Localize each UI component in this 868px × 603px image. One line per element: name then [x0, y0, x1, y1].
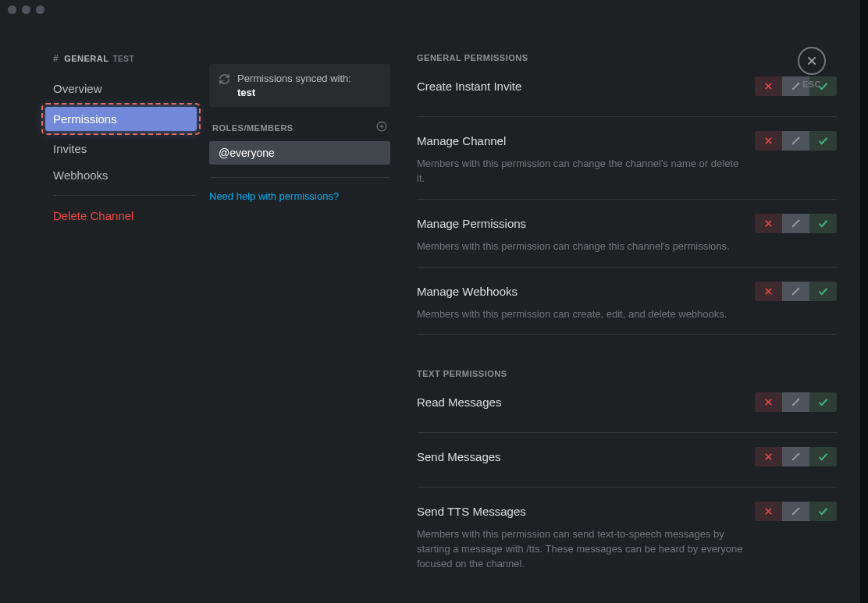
- perm-title: Send Messages: [417, 450, 501, 463]
- svg-line-11: [792, 220, 799, 227]
- nav-delete-channel[interactable]: Delete Channel: [45, 204, 197, 228]
- perm-title: Send TTS Messages: [417, 505, 526, 518]
- perm-read-messages: Read Messages: [417, 392, 837, 433]
- nav-permissions[interactable]: Permissions: [45, 107, 197, 131]
- add-role-icon[interactable]: [376, 121, 387, 135]
- breadcrumb: # GENERAL TEST: [0, 53, 201, 64]
- perm-manage-webhooks: Manage Webhooks Members with this permis…: [417, 282, 837, 335]
- perm-toggle: [755, 282, 837, 301]
- svg-line-17: [792, 399, 799, 406]
- esc-label: ESC: [798, 80, 826, 89]
- perm-deny-button[interactable]: [755, 392, 782, 412]
- perm-passthrough-button[interactable]: [782, 214, 809, 233]
- svg-line-14: [792, 288, 799, 295]
- perm-title: Read Messages: [417, 395, 501, 409]
- perm-passthrough-button[interactable]: [782, 282, 809, 301]
- nav-overview[interactable]: Overview: [45, 76, 197, 101]
- perm-passthrough-button[interactable]: [782, 502, 809, 521]
- svg-line-8: [792, 137, 799, 144]
- roles-column: Permissions synced with: test ROLES/MEMB…: [209, 19, 390, 603]
- breadcrumb-channel: GENERAL: [64, 54, 108, 63]
- perm-manage-permissions: Manage Permissions Members with this per…: [417, 214, 837, 268]
- perm-passthrough-button[interactable]: [782, 392, 809, 412]
- hash-icon: #: [53, 53, 59, 64]
- perm-title: Manage Channel: [417, 134, 506, 147]
- perm-allow-button[interactable]: [809, 447, 837, 466]
- perm-deny-button[interactable]: [755, 214, 782, 233]
- breadcrumb-category: TEST: [112, 55, 134, 63]
- perm-passthrough-button[interactable]: [782, 447, 809, 466]
- perm-send-tts-messages: Send TTS Messages Members with this perm…: [417, 502, 837, 584]
- nav-divider: [53, 195, 197, 196]
- perm-send-messages: Send Messages: [417, 447, 837, 488]
- traffic-light-minimize[interactable]: [22, 5, 30, 14]
- perm-deny-button[interactable]: [755, 131, 782, 151]
- nav-webhooks[interactable]: Webhooks: [45, 163, 197, 187]
- svg-line-20: [792, 454, 799, 461]
- perm-title: Manage Webhooks: [417, 285, 518, 298]
- perm-allow-button[interactable]: [809, 502, 837, 521]
- settings-sidebar: # GENERAL TEST Overview Permissions Invi…: [0, 19, 209, 603]
- perm-allow-button[interactable]: [809, 131, 837, 151]
- sync-icon: [219, 73, 230, 99]
- perm-description: Members with this permission can change …: [417, 239, 745, 254]
- perm-create-instant-invite: Create Instant Invite: [417, 76, 837, 117]
- section-general-permissions: General Permissions: [417, 53, 837, 62]
- perm-deny-button[interactable]: [755, 502, 782, 521]
- roles-header-label: ROLES/MEMBERS: [212, 123, 293, 133]
- perm-toggle: [755, 447, 837, 466]
- perm-title: Manage Permissions: [417, 217, 526, 230]
- perm-toggle: [755, 131, 837, 151]
- traffic-light-close[interactable]: [8, 5, 16, 14]
- perm-deny-button[interactable]: [755, 76, 782, 96]
- perm-deny-button[interactable]: [755, 282, 782, 301]
- perm-description: Members with this permission can create,…: [417, 307, 745, 322]
- permissions-help-link[interactable]: Need help with permissions?: [209, 190, 390, 202]
- close-button[interactable]: [798, 47, 826, 75]
- tutorial-highlight: Permissions: [41, 103, 201, 135]
- perm-description: Members with this permission can send te…: [417, 527, 745, 572]
- sync-label: Permissions synced with:: [237, 73, 351, 84]
- role-everyone[interactable]: @everyone: [209, 141, 390, 165]
- perm-deny-button[interactable]: [755, 447, 782, 466]
- perm-title: Create Instant Invite: [417, 80, 521, 93]
- svg-line-23: [792, 509, 799, 516]
- roles-divider: [211, 177, 389, 178]
- sync-status-box: Permissions synced with: test: [209, 64, 390, 107]
- perm-allow-button[interactable]: [809, 392, 837, 412]
- nav-invites[interactable]: Invites: [45, 137, 197, 161]
- perm-manage-channel: Manage Channel Members with this permiss…: [417, 131, 837, 200]
- permissions-panel: General Permissions Create Instant Invit…: [390, 19, 868, 603]
- right-edge-shadow: [860, 0, 868, 603]
- perm-toggle: [755, 392, 837, 412]
- perm-allow-button[interactable]: [809, 282, 837, 301]
- perm-toggle: [755, 214, 837, 233]
- section-text-permissions: Text Permissions: [417, 369, 837, 378]
- titlebar: [0, 0, 868, 19]
- perm-allow-button[interactable]: [809, 214, 837, 233]
- sync-category-name: test: [237, 87, 255, 98]
- perm-description: Members with this permission can change …: [417, 157, 745, 186]
- perm-toggle: [755, 502, 837, 521]
- perm-passthrough-button[interactable]: [782, 131, 809, 151]
- traffic-light-zoom[interactable]: [36, 5, 44, 14]
